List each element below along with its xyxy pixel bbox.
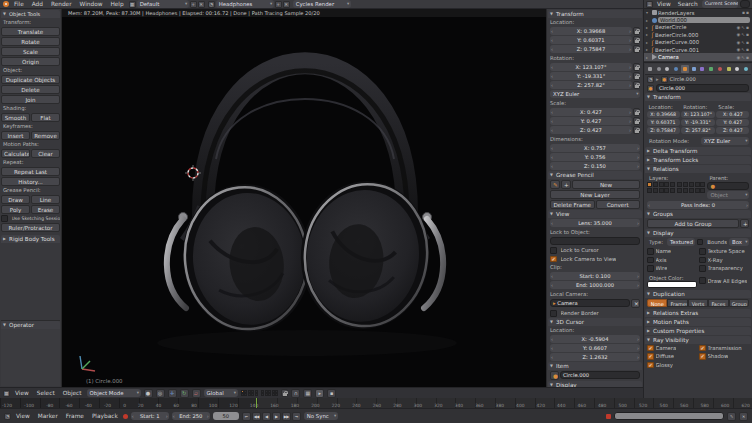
- custom-properties-header[interactable]: Custom Properties: [645, 327, 751, 335]
- location-x-field[interactable]: X: 0.39668: [550, 27, 632, 35]
- delta-transform-header[interactable]: Delta Transform: [645, 147, 751, 155]
- layers-widget[interactable]: [241, 390, 258, 397]
- mode-dropdown[interactable]: Object Mode: [87, 389, 141, 397]
- viewport-3d[interactable]: Mem: 87.20M, Peak: 87.30M | Headphones |…: [62, 9, 546, 387]
- smooth-button[interactable]: Smooth: [1, 113, 30, 122]
- scale-z-field[interactable]: Z: 0.427: [550, 126, 632, 134]
- viewport-menu-item[interactable]: View: [13, 390, 31, 396]
- dim-x-field[interactable]: X: 0.757: [550, 144, 640, 152]
- timeline-menu-item[interactable]: View: [14, 413, 32, 419]
- props-scl-x[interactable]: X: 0.427: [716, 111, 749, 118]
- tab-scene[interactable]: [664, 65, 672, 73]
- grease-new-button[interactable]: New: [572, 180, 640, 189]
- next-keyframe-icon[interactable]: ▶▶: [282, 412, 291, 421]
- row-toggle-icons[interactable]: ◉↖▪: [737, 55, 751, 60]
- tab-particles[interactable]: [734, 65, 742, 73]
- row-toggle-icons[interactable]: ◉↖▪: [737, 47, 751, 52]
- sync-mode-dropdown[interactable]: No Sync: [304, 412, 338, 420]
- scale-x-field[interactable]: X: 0.427: [550, 108, 632, 116]
- transform-locks-header[interactable]: Transform Locks: [645, 156, 751, 164]
- insert-keyframe-button[interactable]: Insert: [1, 131, 30, 140]
- cursor-z-field[interactable]: Z: 1.2632: [550, 353, 640, 361]
- tab-texture[interactable]: [725, 65, 733, 73]
- jump-to-start-icon[interactable]: ⇤: [242, 412, 251, 421]
- close-layout-icon[interactable]: ✕: [198, 1, 205, 8]
- props-display-header[interactable]: Display: [645, 229, 751, 237]
- manipulator-translate-icon[interactable]: ✛: [168, 389, 177, 398]
- location-y-field[interactable]: Y: 0.60371: [550, 36, 632, 44]
- auto-keyframe-record-icon[interactable]: [123, 414, 128, 419]
- outliner-row-beziercircle[interactable]: ▸ʃ BezierCircle◉↖▪: [644, 24, 752, 31]
- grease-add-icon[interactable]: +: [561, 180, 571, 189]
- item-name-field[interactable]: Circle.000: [560, 371, 640, 379]
- show-name-checkbox[interactable]: [647, 248, 654, 255]
- tab-object-data[interactable]: [707, 65, 715, 73]
- clear-camera-icon[interactable]: ✕: [631, 299, 640, 308]
- ray-camera-checkbox[interactable]: [647, 345, 654, 352]
- timeline-menu-item[interactable]: Marker: [36, 413, 60, 419]
- ray-glossy-checkbox[interactable]: [647, 362, 654, 369]
- dim-y-field[interactable]: Y: 0.756: [550, 153, 640, 161]
- tab-world[interactable]: [672, 65, 680, 73]
- clip-end-field[interactable]: End: 1000.000: [550, 281, 640, 289]
- object-tools-panel-header[interactable]: Object Tools: [1, 10, 60, 18]
- manipulator-scale-icon[interactable]: ▱: [192, 389, 201, 398]
- object-color-swatch[interactable]: [647, 281, 697, 288]
- location-z-field[interactable]: Z: 0.75847: [550, 45, 632, 53]
- tab-modifiers[interactable]: [699, 65, 707, 73]
- lock-icon[interactable]: [633, 45, 640, 53]
- ray-transmission-checkbox[interactable]: [699, 345, 706, 352]
- duplication-faces-button[interactable]: Faces: [708, 299, 728, 307]
- tab-render[interactable]: [646, 65, 654, 73]
- timeline-menu-item[interactable]: Frame: [64, 413, 86, 419]
- play-reverse-icon[interactable]: ◀: [262, 412, 271, 421]
- keying-set-field[interactable]: [614, 412, 724, 420]
- parent-type-dropdown[interactable]: Object: [707, 191, 749, 199]
- duplication-verts-button[interactable]: Verts: [688, 299, 708, 307]
- duplication-frames-button[interactable]: Frames: [667, 299, 687, 307]
- outliner-search-input[interactable]: [740, 0, 750, 8]
- props-transform-header[interactable]: Transform: [645, 93, 751, 101]
- props-rot-x[interactable]: X: 123.107°: [681, 111, 714, 118]
- sketch-sessions-checkbox[interactable]: [1, 215, 8, 222]
- lock-icon[interactable]: [633, 117, 640, 125]
- layers-widget-2[interactable]: [261, 390, 278, 397]
- row-toggle-icons[interactable]: ◉↖▪: [737, 40, 751, 45]
- render-border-checkbox[interactable]: [550, 310, 557, 317]
- lock-icon[interactable]: [633, 126, 640, 134]
- outliner-editor-icon[interactable]: ☰: [646, 1, 653, 8]
- play-icon[interactable]: ▶: [272, 412, 281, 421]
- row-toggle-icons[interactable]: ▪▪: [742, 10, 750, 15]
- lock-to-scene-icon[interactable]: [281, 389, 288, 397]
- rigid-body-tools-panel-header[interactable]: Rigid Body Tools: [1, 235, 60, 243]
- lock-icon[interactable]: [633, 81, 640, 89]
- lock-icon[interactable]: [633, 36, 640, 44]
- rotation-mode-dropdown[interactable]: XYZ Euler: [701, 137, 749, 145]
- manipulator-rotate-icon[interactable]: ↻: [180, 389, 189, 398]
- menu-item[interactable]: Add: [30, 1, 45, 7]
- all-edges-checkbox[interactable]: [699, 277, 706, 284]
- layout-dropdown[interactable]: Default: [137, 0, 189, 8]
- relations-extras-header[interactable]: Relations Extras: [645, 309, 751, 317]
- display-type-dropdown[interactable]: Textured: [667, 238, 695, 246]
- parent-field[interactable]: ●: [707, 182, 749, 190]
- jump-to-end-icon[interactable]: ⇥: [292, 412, 301, 421]
- rotate-button[interactable]: Rotate: [1, 37, 60, 46]
- row-toggle-icons[interactable]: ◉↖▪: [737, 25, 751, 30]
- npanel-grease-header[interactable]: Grease Pencil: [548, 171, 642, 179]
- props-scl-y[interactable]: Y: 0.427: [716, 119, 749, 126]
- rotation-order-dropdown[interactable]: XYZ Euler: [550, 90, 640, 98]
- snap-magnet-icon[interactable]: ∩: [291, 389, 300, 398]
- operator-panel-header[interactable]: Operator: [1, 321, 60, 329]
- scale-y-field[interactable]: Y: 0.427: [550, 117, 632, 125]
- timeline-menu-item[interactable]: Playback: [90, 413, 120, 419]
- remove-keyframe-button[interactable]: Remove: [31, 131, 60, 140]
- scene-selector[interactable]: ◔ Headphones + ✕: [208, 0, 290, 8]
- duplication-header[interactable]: Duplication: [645, 290, 751, 298]
- lock-object-field[interactable]: [550, 237, 640, 245]
- grease-pencil-icon[interactable]: ✎: [550, 180, 560, 189]
- bounds-type-dropdown[interactable]: Box: [729, 238, 749, 246]
- lens-field[interactable]: Lens: 35.000: [550, 219, 640, 227]
- tab-physics[interactable]: [742, 65, 750, 73]
- duplicate-objects-button[interactable]: Duplicate Objects: [1, 75, 60, 84]
